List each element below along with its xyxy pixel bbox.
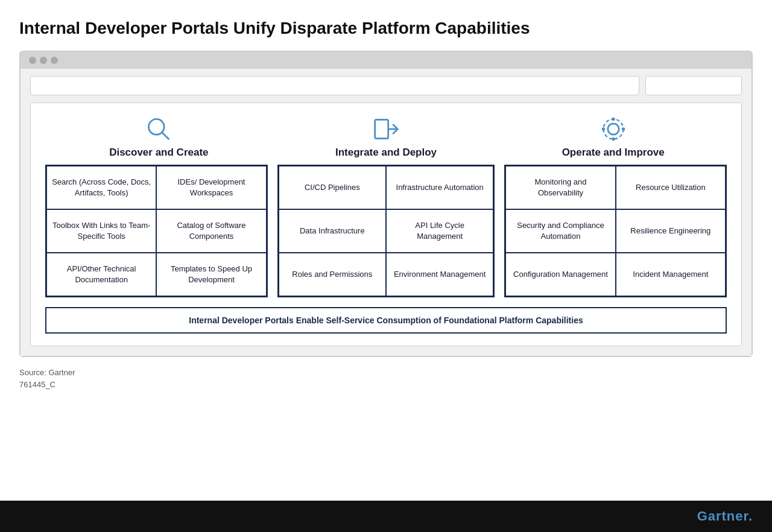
- cell-roles[interactable]: Roles and Permissions: [279, 253, 386, 296]
- integrate-column: CI/CD Pipelines Infrastructure Automatio…: [273, 165, 500, 297]
- cell-incident[interactable]: Incident Management: [616, 253, 726, 296]
- svg-rect-2: [375, 119, 388, 138]
- cell-env-mgmt[interactable]: Environment Management: [386, 253, 493, 296]
- cell-search[interactable]: Search (Across Code, Docs, Artifacts, To…: [46, 166, 156, 209]
- integrate-title: Integrate and Deploy: [335, 147, 437, 159]
- cell-api-lifecycle[interactable]: API Life Cycle Management: [386, 209, 493, 253]
- cell-api-docs[interactable]: API/Other Technical Documentation: [46, 253, 156, 296]
- integrate-cells: CI/CD Pipelines Infrastructure Automatio…: [277, 165, 495, 297]
- inner-panel: Discover and Create Integrate and Deploy: [30, 103, 742, 346]
- cell-ides[interactable]: IDEs/ Development Workspaces: [156, 166, 266, 209]
- browser-toolbar: [30, 76, 742, 95]
- browser-search-input[interactable]: [645, 76, 742, 95]
- browser-dot-3: [51, 57, 58, 64]
- browser-dot-2: [40, 57, 47, 64]
- discover-column: Search (Across Code, Docs, Artifacts, To…: [45, 165, 273, 297]
- browser-window: Discover and Create Integrate and Deploy: [19, 51, 753, 357]
- svg-point-8: [601, 127, 605, 131]
- cell-resource-util[interactable]: Resource Utilization: [616, 166, 726, 209]
- page-title: Internal Developer Portals Unify Dispara…: [19, 18, 753, 39]
- attribution: Source: Gartner 761445_C: [0, 357, 772, 402]
- operate-title: Operate and Improve: [562, 147, 665, 159]
- cell-monitoring[interactable]: Monitoring and Observability: [505, 166, 615, 209]
- cell-catalog[interactable]: Catalog of Software Components: [156, 209, 266, 253]
- search-icon: [145, 115, 172, 143]
- integrate-header: Integrate and Deploy: [273, 115, 500, 159]
- browser-titlebar: [21, 52, 751, 69]
- browser-dot-1: [29, 57, 36, 64]
- svg-point-7: [612, 137, 615, 141]
- cell-cicd[interactable]: CI/CD Pipelines: [279, 166, 386, 209]
- browser-body: Discover and Create Integrate and Deploy: [21, 69, 751, 356]
- settings-icon: [600, 115, 627, 143]
- source-text: Source: Gartner: [19, 367, 753, 379]
- cell-resilience[interactable]: Resilience Engineering: [616, 209, 726, 253]
- cell-security[interactable]: Security and Compliance Automation: [505, 209, 615, 253]
- svg-line-1: [162, 132, 169, 139]
- cell-templates[interactable]: Templates to Speed Up Development: [156, 253, 266, 296]
- cell-config-mgmt[interactable]: Configuration Management: [505, 253, 615, 296]
- svg-point-4: [607, 123, 618, 134]
- attribution-id: 761445_C: [19, 379, 753, 391]
- footer-banner: Internal Developer Portals Enable Self-S…: [45, 307, 727, 334]
- svg-point-9: [621, 127, 625, 131]
- gartner-logo: Gartner.: [697, 508, 753, 524]
- column-headers: Discover and Create Integrate and Deploy: [45, 115, 727, 159]
- operate-cells: Monitoring and Observability Resource Ut…: [504, 165, 727, 297]
- cell-infra-auto[interactable]: Infrastructure Automation: [386, 166, 493, 209]
- svg-point-6: [612, 117, 615, 121]
- discover-cells: Search (Across Code, Docs, Artifacts, To…: [45, 165, 268, 297]
- login-icon: [372, 115, 400, 143]
- discover-title: Discover and Create: [109, 147, 208, 159]
- address-bar[interactable]: [30, 76, 639, 95]
- gartner-footer: Gartner.: [0, 501, 772, 532]
- svg-point-5: [603, 119, 623, 139]
- operate-header: Operate and Improve: [499, 115, 727, 159]
- cell-toolbox[interactable]: Toolbox With Links to Team-Specific Tool…: [46, 209, 156, 253]
- operate-column: Monitoring and Observability Resource Ut…: [499, 165, 727, 297]
- cell-data-infra[interactable]: Data Infrastructure: [279, 209, 386, 253]
- discover-header: Discover and Create: [45, 115, 273, 159]
